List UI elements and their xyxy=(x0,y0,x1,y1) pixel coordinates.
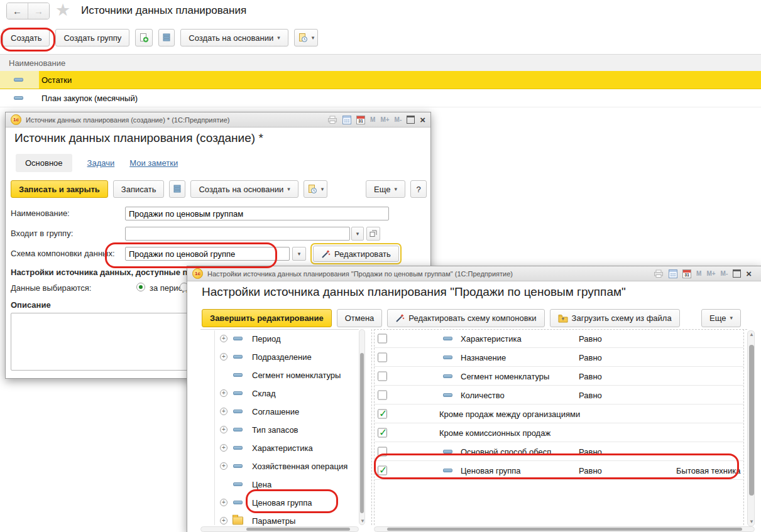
tab-main[interactable]: Основное xyxy=(16,154,72,172)
close-icon[interactable]: × xyxy=(746,269,752,278)
tree-item[interactable]: +Характеристика xyxy=(200,438,359,457)
memory-mplus-icon[interactable]: M+ xyxy=(706,270,715,277)
tree-item[interactable]: +Склад xyxy=(200,384,359,402)
tree-item[interactable]: +Соглашение xyxy=(200,402,359,420)
filter-row[interactable]: Основной способ обесп...Равно xyxy=(374,442,743,461)
filter-row[interactable]: Сегмент номенклатурыРавно xyxy=(374,367,743,386)
radio-for-period[interactable] xyxy=(136,283,145,291)
tab-tasks[interactable]: Задачи xyxy=(87,158,115,168)
checkbox[interactable] xyxy=(378,371,387,381)
memory-mplus-icon[interactable]: M+ xyxy=(380,116,389,123)
calculator-icon[interactable] xyxy=(669,269,677,278)
expand-plus-icon[interactable]: + xyxy=(220,499,227,506)
calendar-icon[interactable]: 31 xyxy=(356,116,365,124)
checkbox[interactable] xyxy=(378,447,387,456)
checkbox[interactable] xyxy=(378,352,387,362)
expand-plus-icon[interactable]: + xyxy=(220,335,227,342)
memory-mminus-icon[interactable]: M- xyxy=(395,116,402,123)
scroll-down-icon[interactable]: ▼ xyxy=(360,519,365,524)
group-dropdown-button[interactable]: ▾ xyxy=(351,227,364,241)
schema-input[interactable] xyxy=(125,247,290,261)
tree-item[interactable]: +Тип запасов xyxy=(200,420,359,438)
name-input[interactable] xyxy=(125,207,389,220)
more-button[interactable]: Еще▾ xyxy=(701,309,741,327)
reports-menu-button[interactable]: ▾ xyxy=(304,180,328,198)
printer-icon[interactable] xyxy=(654,269,664,278)
calculator-icon[interactable] xyxy=(342,116,351,124)
create-based-on-button[interactable]: Создать на основании▾ xyxy=(190,180,298,198)
expand-plus-icon[interactable]: + xyxy=(220,353,227,361)
back-button[interactable]: ← xyxy=(7,3,28,19)
printer-icon[interactable] xyxy=(327,116,337,124)
save-button[interactable]: Записать xyxy=(113,180,165,198)
maximize-icon[interactable] xyxy=(407,116,415,124)
edit-composition-schema-button[interactable]: Редактировать схему компоновки xyxy=(387,309,544,327)
favorite-star-icon[interactable]: ★ xyxy=(55,1,70,19)
list-settings-button[interactable] xyxy=(158,29,175,46)
expand-plus-icon[interactable]: + xyxy=(220,517,227,524)
grid-vertical-scrollbar[interactable]: ▲ ▼ xyxy=(747,330,755,526)
expand-plus-icon[interactable]: + xyxy=(220,426,227,433)
grid-horizontal-scrollbar[interactable] xyxy=(374,526,755,532)
tree-item[interactable]: Цена xyxy=(200,475,359,493)
close-icon[interactable]: × xyxy=(420,115,425,124)
create-button[interactable]: Создать xyxy=(3,29,50,46)
filter-row[interactable]: ХарактеристикаРавно xyxy=(374,329,743,348)
create-based-on-button[interactable]: Создать на основании▾ xyxy=(180,29,288,46)
memory-m-icon[interactable]: M xyxy=(370,116,375,123)
filter-row[interactable]: НазначениеРавно xyxy=(374,348,743,367)
forward-button[interactable]: → xyxy=(28,3,49,19)
finish-editing-button[interactable]: Завершить редактирование xyxy=(202,309,332,327)
list-settings-button[interactable] xyxy=(169,180,185,198)
grid-hscrollbar-thumb[interactable] xyxy=(387,528,742,531)
window1-titlebar[interactable]: 1с Источник данных планирования (создани… xyxy=(6,112,430,128)
checkbox[interactable]: ✓ xyxy=(378,409,387,418)
maximize-icon[interactable] xyxy=(733,269,741,278)
tree-item[interactable]: Сегмент номенклатуры xyxy=(200,366,359,384)
scroll-down-icon[interactable]: ▼ xyxy=(749,519,754,524)
group-input[interactable] xyxy=(125,227,350,241)
reports-menu-button[interactable]: ▾ xyxy=(294,29,319,46)
window2-titlebar[interactable]: 1с Настройки источника данных планирован… xyxy=(187,266,761,281)
memory-mminus-icon[interactable]: M- xyxy=(721,270,728,277)
create-group-button[interactable]: Создать группу xyxy=(55,29,129,46)
grid-scrollbar-thumb[interactable] xyxy=(749,345,754,496)
tree-item[interactable]: +Хозяйственная операция xyxy=(200,457,359,475)
filter-row[interactable]: КоличествоРавно xyxy=(374,386,743,404)
scroll-up-icon[interactable]: ▲ xyxy=(749,332,754,337)
save-and-close-button[interactable]: Записать и закрыть xyxy=(11,180,108,198)
filter-row[interactable]: ✓Ценовая группаРавноБытовая техника xyxy=(374,461,743,480)
tree-vertical-scrollbar[interactable]: ▼ xyxy=(359,329,365,525)
more-button[interactable]: Еще▾ xyxy=(366,180,405,198)
tree-item[interactable]: +Подразделение xyxy=(200,347,359,366)
help-button[interactable]: ? xyxy=(410,180,427,198)
tree-scrollbar-thumb[interactable] xyxy=(360,353,364,513)
memory-m-icon[interactable]: M xyxy=(696,270,701,277)
expand-plus-icon[interactable]: + xyxy=(220,444,227,452)
tree-item[interactable]: +Ценовая группа xyxy=(200,493,359,511)
edit-schema-button[interactable]: Редактировать xyxy=(313,246,399,262)
tree-item[interactable]: +Период xyxy=(200,329,359,347)
checkbox[interactable] xyxy=(378,334,387,343)
tree-hscrollbar-thumb[interactable] xyxy=(246,528,350,531)
checkbox[interactable]: ✓ xyxy=(378,465,387,475)
expand-plus-icon[interactable]: + xyxy=(220,389,227,397)
tab-notes[interactable]: Мои заметки xyxy=(129,158,178,168)
filter-row[interactable]: ✓Кроме продаж между организациями xyxy=(374,404,743,423)
filter-row[interactable]: ✓Кроме комиссионных продаж xyxy=(374,423,743,442)
load-schema-button[interactable]: Загрузить схему из файла xyxy=(550,309,680,327)
group-choose-button[interactable] xyxy=(366,227,380,241)
table-header[interactable]: Наименование xyxy=(0,54,761,72)
element-icon xyxy=(0,71,39,89)
checkbox[interactable]: ✓ xyxy=(378,428,387,437)
expand-plus-icon[interactable]: + xyxy=(220,462,227,470)
copy-item-button[interactable] xyxy=(135,29,153,46)
table-row[interactable]: План закупок (месячный) xyxy=(0,89,761,107)
tree-horizontal-scrollbar[interactable] xyxy=(200,526,359,532)
checkbox[interactable] xyxy=(378,390,387,399)
table-row[interactable]: Остатки xyxy=(0,71,761,89)
schema-dropdown-button[interactable]: ▾ xyxy=(292,247,306,261)
expand-plus-icon[interactable]: + xyxy=(220,408,227,415)
cancel-button[interactable]: Отмена xyxy=(337,309,383,327)
calendar-icon[interactable]: 31 xyxy=(682,269,691,278)
